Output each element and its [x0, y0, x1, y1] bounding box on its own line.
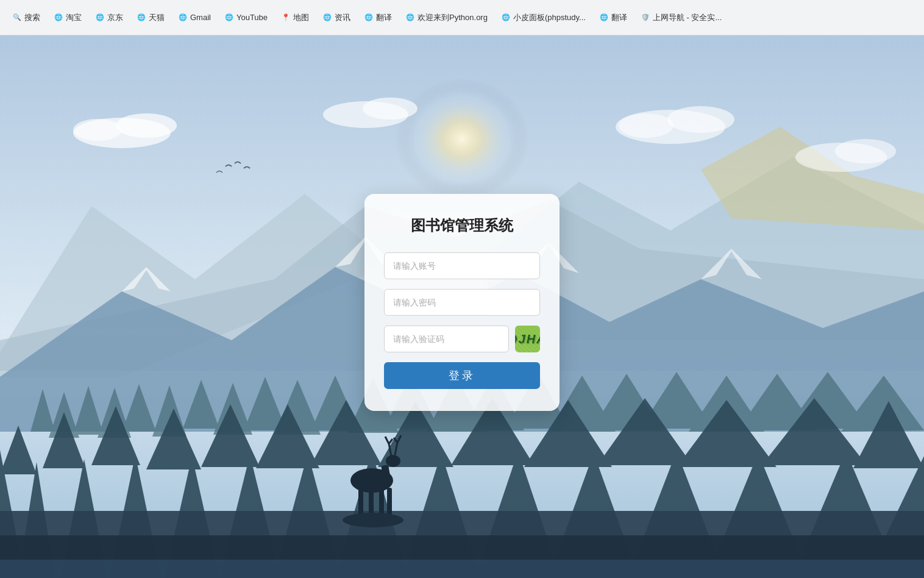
globe-icon: 🌐: [224, 13, 234, 23]
captcha-row: DJHA: [384, 326, 540, 352]
svg-point-17: [667, 106, 734, 133]
globe-icon: 🌐: [95, 13, 105, 23]
svg-point-13: [73, 119, 122, 141]
background-scene: 图书馆管理系统 DJHA 登录: [0, 35, 924, 578]
search-icon: 🔍: [12, 13, 22, 23]
browser-toolbar: 🔍 搜索 🌐 淘宝 🌐 京东 🌐 天猫 🌐 Gmail 🌐 YouTube 📍 …: [0, 0, 924, 35]
bookmark-label: 欢迎来到Python.org: [418, 12, 488, 23]
captcha-image[interactable]: DJHA: [515, 326, 540, 352]
globe-icon: 🌐: [54, 13, 63, 23]
bookmark-news[interactable]: 🌐 资讯: [318, 10, 355, 26]
bookmark-label: 地图: [293, 12, 309, 23]
bookmark-translate2[interactable]: 🌐 翻译: [594, 10, 632, 26]
bookmark-gmail[interactable]: 🌐 Gmail: [173, 10, 216, 25]
bookmark-search[interactable]: 🔍 搜索: [7, 10, 45, 26]
svg-point-12: [116, 113, 177, 138]
username-input[interactable]: [384, 252, 540, 279]
svg-rect-78: [358, 487, 363, 517]
svg-point-82: [343, 513, 403, 527]
map-icon: 📍: [281, 13, 291, 23]
login-title: 图书馆管理系统: [384, 216, 540, 235]
captcha-input[interactable]: [384, 326, 509, 352]
bookmark-nav[interactable]: 🛡️ 上网导航 - 安全实...: [636, 10, 727, 26]
svg-rect-83: [0, 560, 924, 578]
globe-icon: 🌐: [364, 13, 374, 23]
bookmark-label: 翻译: [611, 12, 627, 23]
globe-icon: 🌐: [405, 13, 415, 23]
bookmark-tianmao[interactable]: 🌐 天猫: [132, 10, 169, 26]
bookmark-taobao[interactable]: 🌐 淘宝: [49, 10, 87, 26]
bookmark-maps[interactable]: 📍 地图: [276, 10, 314, 26]
bookmark-label: YouTube: [236, 13, 268, 22]
bookmark-label: 上网导航 - 安全实...: [653, 12, 722, 23]
bookmark-label: 资讯: [335, 12, 350, 23]
bookmark-translate1[interactable]: 🌐 翻译: [359, 10, 397, 26]
svg-point-77: [386, 455, 400, 467]
svg-rect-81: [387, 488, 392, 517]
svg-rect-80: [379, 487, 384, 517]
bookmark-youtube[interactable]: 🌐 YouTube: [219, 10, 272, 25]
svg-point-15: [363, 98, 418, 120]
svg-rect-79: [369, 488, 374, 517]
globe-icon: 🌐: [501, 13, 511, 23]
bookmark-label: 搜索: [24, 12, 40, 23]
globe-icon: 🌐: [178, 13, 188, 23]
bookmark-label: 京东: [107, 12, 123, 23]
globe-icon: 🌐: [322, 13, 332, 23]
svg-point-20: [835, 139, 896, 163]
bookmark-phpstudy[interactable]: 🌐 小皮面板(phpstudy...: [496, 10, 591, 26]
bookmark-label: Gmail: [190, 13, 211, 22]
bookmark-python[interactable]: 🌐 欢迎来到Python.org: [400, 10, 492, 26]
password-input[interactable]: [384, 289, 540, 316]
shield-icon: 🛡️: [641, 13, 650, 23]
login-card: 图书馆管理系统 DJHA 登录: [364, 194, 560, 411]
bookmark-label: 淘宝: [66, 12, 82, 23]
bookmark-jd[interactable]: 🌐 京东: [90, 10, 128, 26]
svg-point-18: [619, 113, 673, 138]
bookmark-label: 翻译: [376, 12, 392, 23]
globe-icon: 🌐: [599, 13, 609, 23]
bookmark-label: 小皮面板(phpstudy...: [513, 12, 586, 23]
login-button[interactable]: 登录: [384, 362, 540, 389]
globe-icon: 🌐: [137, 13, 146, 23]
bookmark-label: 天猫: [149, 12, 165, 23]
